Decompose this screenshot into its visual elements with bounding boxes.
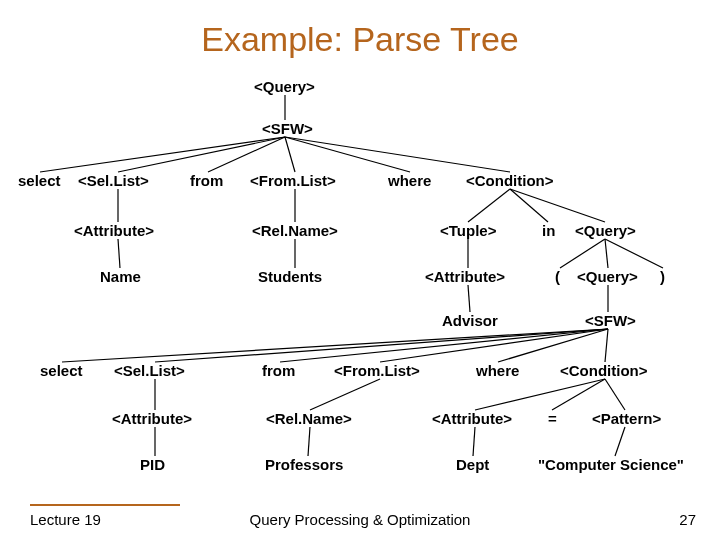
tree-node-rparen: ) <box>660 268 665 285</box>
slide-number: 27 <box>679 511 696 528</box>
tree-node-relname1: <Rel.Name> <box>252 222 338 239</box>
svg-line-16 <box>560 239 605 268</box>
tree-node-pattern: <Pattern> <box>592 410 661 427</box>
footer-subject: Query Processing & Optimization <box>0 511 720 528</box>
svg-line-33 <box>473 427 475 456</box>
svg-line-22 <box>280 329 608 362</box>
tree-node-dept: Dept <box>456 456 489 473</box>
tree-node-sellist2: <Sel.List> <box>114 362 185 379</box>
svg-line-20 <box>62 329 608 362</box>
svg-line-28 <box>310 379 380 410</box>
tree-node-fromlist2: <From.List> <box>334 362 420 379</box>
tree-node-tuple: <Tuple> <box>440 222 496 239</box>
svg-line-23 <box>380 329 608 362</box>
tree-node-eq: = <box>548 410 557 427</box>
slide-title: Example: Parse Tree <box>0 20 720 59</box>
tree-node-where: where <box>388 172 431 189</box>
tree-node-relname2: <Rel.Name> <box>266 410 352 427</box>
tree-node-students: Students <box>258 268 322 285</box>
tree-node-pid: PID <box>140 456 165 473</box>
tree-node-attribute1: <Attribute> <box>74 222 154 239</box>
tree-node-from2: from <box>262 362 295 379</box>
svg-line-34 <box>615 427 625 456</box>
svg-line-18 <box>605 239 663 268</box>
tree-node-sellist: <Sel.List> <box>78 172 149 189</box>
svg-line-2 <box>118 137 285 172</box>
svg-line-25 <box>605 329 608 362</box>
tree-node-cs: "Computer Science" <box>538 456 684 473</box>
svg-line-29 <box>308 427 310 456</box>
tree-node-condition2: <Condition> <box>560 362 648 379</box>
tree-node-query: <Query> <box>254 78 315 95</box>
tree-node-select: select <box>18 172 61 189</box>
tree-node-in: in <box>542 222 555 239</box>
tree-node-attribute3: <Attribute> <box>112 410 192 427</box>
tree-node-select2: select <box>40 362 83 379</box>
tree-node-advisor: Advisor <box>442 312 498 329</box>
svg-line-31 <box>552 379 605 410</box>
svg-line-30 <box>475 379 605 410</box>
svg-line-6 <box>285 137 510 172</box>
svg-line-1 <box>40 137 285 172</box>
tree-node-where2: where <box>476 362 519 379</box>
svg-line-15 <box>468 285 470 312</box>
svg-line-11 <box>468 189 510 222</box>
tree-node-from: from <box>190 172 223 189</box>
svg-line-32 <box>605 379 625 410</box>
tree-node-name: Name <box>100 268 141 285</box>
tree-node-attribute4: <Attribute> <box>432 410 512 427</box>
svg-line-5 <box>285 137 410 172</box>
svg-line-4 <box>285 137 295 172</box>
svg-line-24 <box>498 329 608 362</box>
svg-line-12 <box>510 189 548 222</box>
tree-node-sfw2: <SFW> <box>585 312 636 329</box>
svg-line-3 <box>208 137 285 172</box>
footer-rule <box>30 504 180 506</box>
tree-node-query2: <Query> <box>575 222 636 239</box>
tree-node-attribute2: <Attribute> <box>425 268 505 285</box>
svg-line-8 <box>118 239 120 268</box>
tree-node-sfw: <SFW> <box>262 120 313 137</box>
tree-node-condition: <Condition> <box>466 172 554 189</box>
svg-line-13 <box>510 189 605 222</box>
tree-node-fromlist: <From.List> <box>250 172 336 189</box>
tree-node-lparen: ( <box>555 268 560 285</box>
svg-line-21 <box>155 329 608 362</box>
svg-line-17 <box>605 239 608 268</box>
tree-node-professors: Professors <box>265 456 343 473</box>
tree-node-query3: <Query> <box>577 268 638 285</box>
